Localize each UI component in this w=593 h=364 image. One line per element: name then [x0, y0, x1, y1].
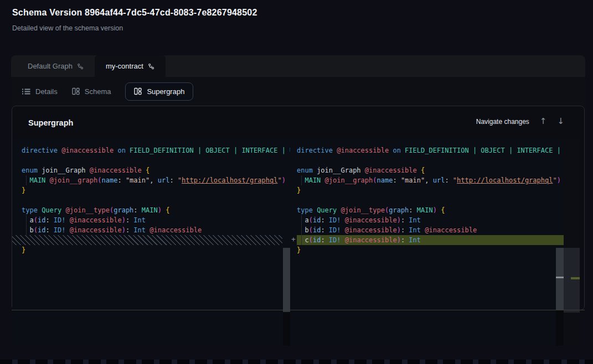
code-line: }	[297, 245, 564, 255]
list-icon	[22, 88, 30, 95]
page-subtitle: Detailed view of the schema version	[12, 24, 123, 32]
view-tab-bar: Details Schema Supergraph	[11, 77, 585, 106]
indent-guide	[301, 215, 302, 225]
minimap-slider[interactable]	[564, 248, 580, 313]
added-line-plus-icon: +	[286, 235, 301, 245]
tab-details[interactable]: Details	[22, 87, 58, 96]
added-code-line: c(id: ID! @inaccessible): Int	[297, 235, 564, 245]
code-line	[22, 155, 290, 165]
left-scrollbar-track	[283, 310, 290, 346]
indent-guide	[301, 225, 302, 235]
tab-my-contract-label: my-contract	[106, 62, 143, 70]
tab-schema[interactable]: Schema	[72, 87, 111, 96]
fork-icon	[77, 63, 84, 70]
tab-default-graph[interactable]: Default Graph	[17, 55, 95, 77]
diff-placeholder-line	[12, 235, 282, 245]
indent-guide	[301, 175, 302, 185]
next-change-button[interactable]: ↓	[557, 117, 564, 126]
code-line: MAIN @join__graph(name: "main", url: "ht…	[22, 175, 290, 185]
code-line: enum join__Graph @inaccessible {	[297, 165, 564, 175]
right-scrollbar-track	[556, 310, 564, 346]
tab-details-label: Details	[35, 87, 58, 96]
schema-diff-editor: directive @inaccessible on FIELD_DEFINIT…	[12, 138, 580, 347]
modified-code: directive @inaccessible on FIELD_DEFINIT…	[290, 138, 564, 255]
code-line: }	[22, 185, 290, 195]
code-line: directive @inaccessible on FIELD_DEFINIT…	[22, 145, 290, 155]
code-line: a(id: ID! @inaccessible): Int	[297, 215, 564, 225]
indent-guide	[26, 215, 27, 225]
left-scrollbar[interactable]	[283, 248, 290, 312]
code-line: }	[297, 185, 564, 195]
original-code: directive @inaccessible on FIELD_DEFINIT…	[12, 138, 290, 255]
minimap[interactable]	[564, 138, 580, 347]
tab-my-contract[interactable]: my-contract	[95, 55, 166, 77]
indent-guide	[26, 225, 27, 235]
previous-change-button[interactable]: ↑	[540, 117, 547, 126]
columns-icon	[134, 87, 142, 95]
graph-tab-bar: Default Graph my-contract	[11, 55, 585, 77]
tab-supergraph-label: Supergraph	[147, 87, 184, 96]
code-line	[22, 195, 290, 205]
indent-guide	[301, 235, 302, 245]
code-line	[297, 195, 564, 205]
bottom-dashed-strip	[0, 360, 593, 364]
columns-icon	[72, 87, 80, 95]
right-scrollbar[interactable]	[556, 248, 564, 310]
tab-schema-label: Schema	[85, 87, 111, 96]
minimap-added-marker	[571, 277, 580, 279]
code-line: MAIN @join__graph(name: "main", url: "ht…	[297, 175, 564, 185]
code-line: b(id: ID! @inaccessible): Int @inaccessi…	[22, 225, 290, 235]
code-line: }	[22, 245, 290, 255]
fork-icon	[148, 63, 154, 70]
code-line: enum join__Graph @inaccessible {	[22, 165, 290, 175]
code-line: directive @inaccessible on FIELD_DEFINIT…	[297, 145, 564, 155]
tab-default-graph-label: Default Graph	[28, 62, 73, 70]
overview-change-marker	[556, 277, 564, 278]
code-line: type Query @join__type(graph: MAIN) {	[297, 205, 564, 215]
tab-supergraph[interactable]: Supergraph	[125, 82, 193, 101]
indent-guide	[26, 175, 27, 185]
code-line: a(id: ID! @inaccessible): Int	[22, 215, 290, 225]
diff-original-pane[interactable]: directive @inaccessible on FIELD_DEFINIT…	[12, 138, 290, 347]
panel-heading: Supergraph	[28, 118, 73, 127]
navigate-changes-label: Navigate changes	[476, 118, 529, 126]
code-line: type Query @join__type(graph: MAIN) {	[22, 205, 290, 215]
diff-modified-pane[interactable]: directive @inaccessible on FIELD_DEFINIT…	[290, 138, 564, 347]
code-line	[297, 155, 564, 165]
code-line: b(id: ID! @inaccessible): Int @inaccessi…	[297, 225, 564, 235]
panel-bottom-border	[12, 310, 585, 310]
page-title: Schema Version 8964af44-7dc5-47cd-8083-7…	[12, 8, 257, 18]
navigate-changes: Navigate changes ↑ ↓	[476, 117, 564, 126]
